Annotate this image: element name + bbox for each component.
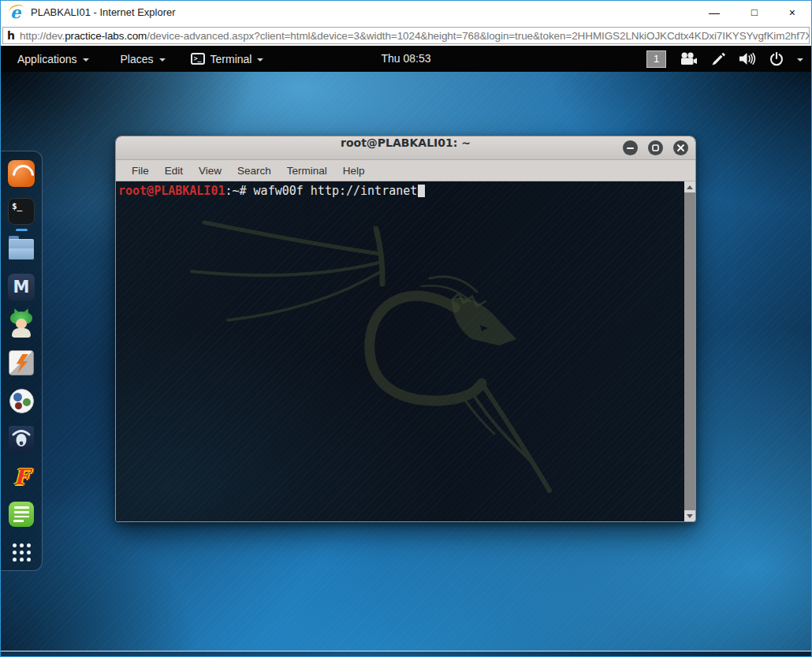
prompt-user-host: root@PLABKALI01 — [118, 184, 225, 198]
typed-command: wafw00f http://intranet — [254, 184, 418, 198]
terminal-window: root@PLABKALI01: ~ File Edit View — [115, 136, 696, 522]
places-label: Places — [121, 53, 154, 65]
address-bar[interactable]: h http://dev.practice-labs.com/device-ad… — [2, 27, 810, 44]
terminal-cursor — [418, 185, 425, 197]
maximize-button[interactable]: □ — [751, 1, 758, 24]
terminal-content[interactable]: root@PLABKALI01:~# wafw00f http://intran… — [116, 181, 695, 521]
terminal-icon: >_ — [191, 53, 205, 65]
leafpad-icon[interactable] — [8, 501, 35, 528]
applications-label: Applications — [17, 53, 77, 65]
url-path: /device-advanced.aspx?client=html&device… — [147, 30, 810, 42]
faraday-icon[interactable]: F — [8, 463, 35, 490]
clock[interactable]: Thu 08:53 — [381, 46, 430, 72]
menu-search[interactable]: Search — [229, 162, 279, 180]
terminal-close-button[interactable] — [673, 140, 688, 155]
prompt-suffix: :~# — [225, 184, 253, 198]
firefox-icon[interactable] — [8, 160, 35, 187]
power-icon[interactable] — [769, 52, 784, 66]
running-indicator — [16, 229, 28, 231]
scroll-down-button[interactable] — [684, 510, 695, 521]
menu-terminal[interactable]: Terminal — [279, 162, 335, 180]
terminal-menubar: File Edit View Search Terminal Help — [116, 160, 695, 181]
beef-icon[interactable] — [8, 425, 35, 452]
camera-icon[interactable] — [680, 52, 698, 65]
terminal-maximize-button[interactable] — [648, 140, 663, 155]
close-button[interactable]: × — [789, 1, 795, 24]
workspace-indicator[interactable]: 1 — [646, 50, 666, 68]
maltego-icon[interactable] — [8, 387, 35, 414]
internet-explorer-icon: e — [9, 3, 26, 21]
metasploit-icon[interactable]: M — [8, 274, 35, 301]
terminal-titlebar[interactable]: root@PLABKALI01: ~ — [116, 136, 695, 160]
places-menu[interactable]: Places — [116, 46, 170, 72]
window-bottom-edge — [1, 651, 811, 656]
chevron-down-icon — [257, 58, 263, 62]
terminal-appmenu-label: Terminal — [210, 53, 252, 65]
kali-dragon-watermark — [116, 181, 686, 521]
terminal-minimize-button[interactable] — [623, 140, 638, 155]
terminal-title: root@PLABKALI01: ~ — [116, 136, 695, 149]
volume-icon[interactable] — [739, 52, 756, 65]
chevron-down-icon[interactable] — [797, 58, 803, 62]
show-applications-icon[interactable] — [8, 539, 35, 566]
url-domain: practice-labs.com — [65, 30, 147, 42]
window-title: PLABKALI01 - Internet Explorer — [31, 1, 176, 24]
files-icon[interactable] — [8, 236, 35, 263]
favorites-dock: $_ M F — [1, 151, 43, 571]
kali-desktop: Applications Places >_ Terminal Thu 08:5… — [1, 46, 811, 652]
page-favicon: h — [7, 29, 14, 42]
chevron-down-icon — [83, 58, 89, 62]
gnome-top-panel: Applications Places >_ Terminal Thu 08:5… — [1, 46, 811, 72]
burpsuite-icon[interactable] — [8, 349, 35, 376]
terminal-prompt: root@PLABKALI01:~# wafw00f http://intran… — [118, 184, 425, 198]
menu-file[interactable]: File — [124, 162, 157, 180]
menu-view[interactable]: View — [191, 162, 229, 180]
url-prefix: http://dev. — [20, 30, 65, 42]
ie-titlebar: e PLABKALI01 - Internet Explorer — □ × — [1, 1, 811, 24]
applications-menu[interactable]: Applications — [13, 46, 94, 72]
menu-help[interactable]: Help — [335, 162, 373, 180]
armitage-icon[interactable] — [8, 312, 35, 338]
ie-window: e PLABKALI01 - Internet Explorer — □ × h… — [0, 0, 812, 657]
chevron-down-icon — [159, 58, 166, 62]
address-row: h http://dev.practice-labs.com/device-ad… — [1, 24, 811, 46]
pen-icon[interactable] — [711, 52, 726, 66]
menu-edit[interactable]: Edit — [157, 162, 191, 180]
url-text: http://dev.practice-labs.com/device-adva… — [20, 30, 810, 42]
terminal-dock-icon[interactable]: $_ — [8, 198, 35, 225]
scroll-up-button[interactable] — [684, 181, 695, 192]
minimize-button[interactable]: — — [709, 1, 720, 24]
terminal-scrollbar[interactable] — [684, 181, 695, 521]
terminal-appmenu[interactable]: >_ Terminal — [186, 46, 269, 72]
